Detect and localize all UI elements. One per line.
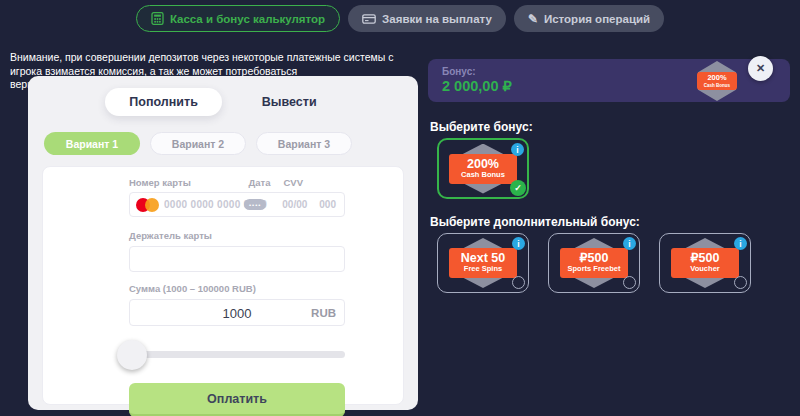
tab-variant-1[interactable]: Вариант 1: [44, 132, 140, 155]
top-tab-bar: Касса и бонус калькулятор Заявки на выпл…: [0, 5, 800, 32]
check-icon: ✓: [510, 180, 526, 196]
amount-label: Сумма (1000 – 100000 RUB): [129, 283, 345, 294]
bonus-card-free-spins[interactable]: Next 50 Free Spins i: [437, 233, 529, 293]
extra-bonus-row: Next 50 Free Spins i ₽500 Sports Freebet…: [437, 233, 751, 293]
tab-label: Заявки на выплату: [382, 13, 492, 25]
tab-payout-requests[interactable]: Заявки на выплату: [348, 5, 506, 32]
deposit-form-content: Номер карты Дата CVV 0000 0000 0000 0000…: [129, 177, 345, 416]
bonus-badge-ribbon: 200% Cash Bonus: [697, 72, 737, 90]
tab-operations-history[interactable]: ✎ История операций: [514, 5, 664, 32]
card-cvv-placeholder[interactable]: 000: [319, 199, 336, 210]
bonus-title: 200%: [449, 157, 517, 171]
pay-button[interactable]: Оплатить: [129, 383, 345, 416]
bonus-ribbon: ₽500 Sports Freebet: [560, 248, 628, 278]
tab-variant-3[interactable]: Вариант 3: [256, 132, 352, 155]
bonus-banner: Бонус: 2 000,00 ₽ 200% Cash Bonus ✕: [428, 59, 790, 102]
amount-field[interactable]: 1000 RUB: [129, 299, 345, 326]
bonus-banner-badge: 200% Cash Bonus: [690, 61, 744, 101]
card-labels-row: Номер карты Дата CVV: [129, 177, 345, 188]
bonus-amount: 2 000,00 ₽: [442, 78, 512, 94]
bonus-subtitle: Cash Bonus: [449, 171, 517, 180]
cashier-panel: Пополнить Вывести Вариант 1 Вариант 2 Ва…: [28, 76, 418, 410]
bonus-card-voucher[interactable]: ₽500 Voucher i: [659, 233, 751, 293]
close-icon[interactable]: ✕: [748, 56, 773, 81]
mode-tab-bar: Пополнить Вывести: [28, 76, 418, 116]
bonus-card-cash-bonus[interactable]: 200% Cash Bonus i ✓: [437, 138, 529, 199]
info-icon[interactable]: i: [512, 237, 525, 250]
pencil-icon: ✎: [528, 13, 538, 25]
bonus-subtitle: Sports Freebet: [560, 265, 628, 274]
tab-withdraw[interactable]: Вывести: [238, 88, 341, 116]
radio-unchecked-icon[interactable]: [512, 276, 525, 289]
deposit-form: Номер карты Дата CVV 0000 0000 0000 0000…: [42, 166, 404, 405]
info-icon[interactable]: i: [734, 237, 747, 250]
bonus-title: ₽500: [671, 251, 739, 265]
bonus-subtitle: Voucher: [671, 265, 739, 274]
calculator-icon: [151, 12, 164, 25]
radio-unchecked-icon[interactable]: [623, 276, 636, 289]
badge-title: 200%: [697, 74, 737, 83]
slider-knob[interactable]: [117, 340, 147, 370]
bonus-card-sports-freebet[interactable]: ₽500 Sports Freebet i: [548, 233, 640, 293]
bonus-title: Next 50: [449, 251, 517, 265]
card-holder-input[interactable]: [129, 246, 345, 272]
amount-slider: [129, 340, 345, 370]
badge-subtitle: Cash Bonus: [697, 83, 737, 88]
bonus-ribbon: 200% Cash Bonus: [449, 154, 517, 184]
choose-extra-bonus-heading: Выберите дополнительный бонус:: [430, 215, 640, 229]
tab-label: История операций: [544, 13, 650, 25]
bonus-title: ₽500: [560, 251, 628, 265]
amount-currency: RUB: [311, 307, 336, 319]
cashier-page: Касса и бонус калькулятор Заявки на выпл…: [0, 0, 800, 416]
card-holder-label: Держатель карты: [129, 230, 345, 241]
card-dots-pill: ••••: [244, 199, 266, 210]
variant-tab-bar: Вариант 1 Вариант 2 Вариант 3: [44, 132, 418, 155]
tab-variant-2[interactable]: Вариант 2: [150, 132, 246, 155]
tab-cashier-calculator[interactable]: Касса и бонус калькулятор: [136, 5, 340, 32]
bonus-subtitle: Free Spins: [449, 265, 517, 274]
radio-unchecked-icon[interactable]: [734, 276, 747, 289]
bonus-ribbon: Next 50 Free Spins: [449, 248, 517, 278]
card-date-placeholder[interactable]: 00/00: [282, 199, 307, 210]
card-number-label: Номер карты: [129, 177, 248, 188]
bonus-ribbon: ₽500 Voucher: [671, 248, 739, 278]
tab-deposit[interactable]: Пополнить: [105, 88, 221, 116]
mastercard-icon: [136, 198, 159, 212]
info-icon[interactable]: i: [511, 143, 524, 156]
card-date-label: Дата: [248, 177, 270, 188]
payout-card-icon: [362, 13, 376, 25]
info-icon[interactable]: i: [623, 237, 636, 250]
tab-label: Касса и бонус калькулятор: [170, 13, 325, 25]
slider-track[interactable]: [129, 351, 345, 358]
bonus-banner-label: Бонус:: [442, 66, 476, 77]
choose-bonus-heading: Выберите бонус:: [430, 120, 533, 134]
card-number-field[interactable]: 0000 0000 0000 0000 •••• 00/00 000: [129, 192, 345, 217]
card-cvv-label: CVV: [283, 177, 303, 188]
